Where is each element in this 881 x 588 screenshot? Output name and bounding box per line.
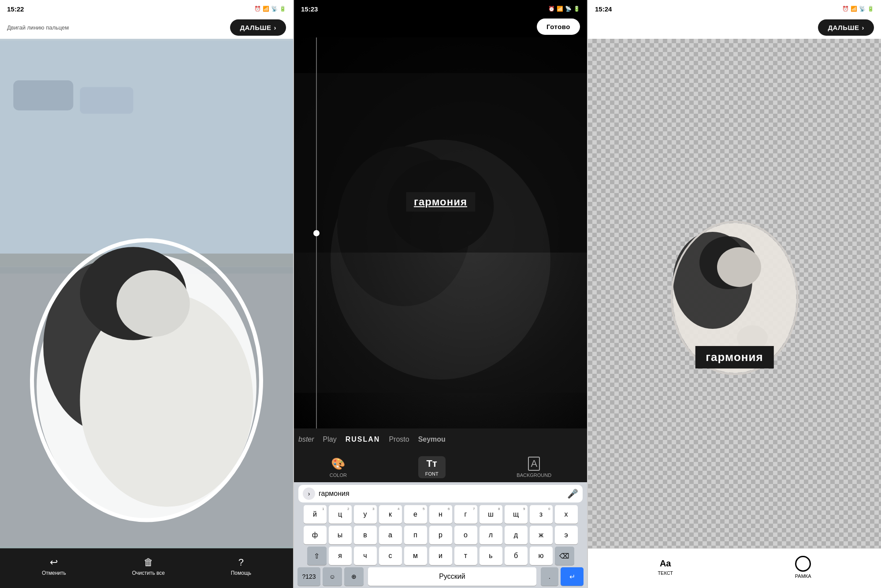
key-dot[interactable]: . bbox=[541, 567, 558, 586]
key-м[interactable]: м bbox=[404, 547, 427, 565]
mic-icon[interactable]: 🎤 bbox=[567, 488, 578, 499]
key-н[interactable]: н6 bbox=[429, 505, 452, 524]
key-ч[interactable]: ч bbox=[354, 547, 377, 565]
key-ж[interactable]: ж bbox=[530, 526, 553, 544]
battery-icon-3: 🔋 bbox=[867, 6, 874, 12]
font-strip: bster Play RUSLAN Prosto Seymou bbox=[294, 428, 587, 450]
text-icon: Aa bbox=[660, 558, 671, 569]
status-icons-2: ⏰ 📶 📡 🔋 bbox=[548, 6, 580, 12]
svg-point-20 bbox=[717, 247, 761, 287]
key-num[interactable]: ?123 bbox=[297, 567, 320, 586]
bottom-toolbar-1: ↩ Отменить 🗑 Очистить все ? Помощь bbox=[0, 548, 293, 588]
time-3: 15:24 bbox=[595, 5, 612, 13]
font-seymour[interactable]: Seymou bbox=[418, 435, 446, 443]
space-key[interactable]: Русский bbox=[368, 567, 536, 586]
text-overlay-2[interactable]: гармония bbox=[406, 192, 475, 212]
panel-1: 15:22 ⏰ 📶 📡 🔋 Двигай линию пальцем ДАЛЬШ… bbox=[0, 0, 293, 588]
key-emoji[interactable]: ☺ bbox=[323, 567, 342, 586]
key-ш[interactable]: ш8 bbox=[480, 505, 502, 524]
bottom-toolbar-3: Aa ТЕКСТ РАМКА bbox=[588, 548, 881, 588]
undo-button[interactable]: ↩ Отменить bbox=[42, 557, 66, 576]
signal-icon-3: 📶 bbox=[851, 6, 857, 12]
key-а[interactable]: а bbox=[379, 526, 402, 544]
kb-text-input[interactable] bbox=[319, 490, 564, 498]
alarm-icon-2: ⏰ bbox=[548, 6, 555, 12]
text-tool[interactable]: Aa ТЕКСТ bbox=[658, 558, 673, 576]
key-л[interactable]: л bbox=[480, 526, 502, 544]
undo-icon: ↩ bbox=[50, 557, 58, 568]
kb-expand-button[interactable]: › bbox=[303, 488, 315, 500]
key-х[interactable]: х bbox=[555, 505, 578, 524]
key-и[interactable]: и bbox=[429, 547, 452, 565]
time-1: 15:22 bbox=[7, 5, 24, 13]
svg-point-11 bbox=[116, 270, 190, 337]
kb-row-3: ⇧ я ч с м и т ь б ю ⌫ bbox=[296, 547, 585, 565]
key-в[interactable]: в bbox=[354, 526, 377, 544]
key-ь[interactable]: ь bbox=[480, 547, 502, 565]
key-ы[interactable]: ы bbox=[329, 526, 352, 544]
keyboard-area: › 🎤 й1 ц2 у3 к4 е5 н6 г7 ш8 щ9 з0 х ф ы … bbox=[294, 482, 587, 588]
next-button-3[interactable]: ДАЛЬШЕ › bbox=[818, 19, 874, 36]
wifi-icon-1: 📡 bbox=[271, 6, 278, 12]
key-з[interactable]: з0 bbox=[530, 505, 553, 524]
key-о[interactable]: о bbox=[454, 526, 477, 544]
signal-icon-1: 📶 bbox=[263, 6, 269, 12]
key-б[interactable]: б bbox=[505, 547, 528, 565]
signal-icon-2: 📶 bbox=[557, 6, 563, 12]
key-у[interactable]: у3 bbox=[354, 505, 377, 524]
key-щ[interactable]: щ9 bbox=[505, 505, 528, 524]
return-key[interactable]: ↵ bbox=[561, 567, 584, 586]
panel-3: 15:24 ⏰ 📶 📡 🔋 ДАЛЬШЕ › bbox=[588, 0, 881, 588]
alarm-icon-1: ⏰ bbox=[254, 6, 261, 12]
key-е[interactable]: е5 bbox=[404, 505, 427, 524]
battery-icon-2: 🔋 bbox=[573, 6, 580, 12]
image-area-1 bbox=[0, 39, 293, 548]
font-ruslan[interactable]: RUSLAN bbox=[346, 435, 380, 443]
tool-bar-2: 🎨 COLOR Tт FONT A BACKGROUND bbox=[294, 450, 587, 482]
wifi-icon-2: 📡 bbox=[565, 6, 572, 12]
background-tool[interactable]: A BACKGROUND bbox=[517, 457, 551, 478]
key-к[interactable]: к4 bbox=[379, 505, 402, 524]
done-button[interactable]: Готово bbox=[537, 19, 580, 35]
delete-key[interactable]: ⌫ bbox=[555, 547, 574, 565]
key-ц[interactable]: ц2 bbox=[329, 505, 352, 524]
kb-special-row: ?123 ☺ ⊕ Русский . ↵ bbox=[296, 567, 585, 586]
key-ю[interactable]: ю bbox=[530, 547, 553, 565]
key-г[interactable]: г7 bbox=[454, 505, 477, 524]
done-header: Готово bbox=[294, 16, 587, 37]
key-д[interactable]: д bbox=[505, 526, 528, 544]
shift-key[interactable]: ⇧ bbox=[307, 547, 327, 565]
background-icon: A bbox=[528, 457, 540, 471]
key-я[interactable]: я bbox=[329, 547, 352, 565]
key-э[interactable]: э bbox=[555, 526, 578, 544]
next-button-1[interactable]: ДАЛЬШЕ › bbox=[230, 19, 286, 36]
font-icon: Tт bbox=[427, 458, 437, 469]
key-ф[interactable]: ф bbox=[304, 526, 327, 544]
panel-2: 15:23 ⏰ 📶 📡 🔋 Готово гармония b bbox=[294, 0, 587, 588]
image-area-3: гармония bbox=[588, 39, 881, 548]
time-2: 15:23 bbox=[301, 5, 318, 13]
key-с[interactable]: с bbox=[379, 547, 402, 565]
color-tool[interactable]: 🎨 COLOR bbox=[330, 457, 347, 478]
font-play[interactable]: Play bbox=[323, 435, 337, 443]
alarm-icon-3: ⏰ bbox=[842, 6, 849, 12]
text-overlay-3[interactable]: гармония bbox=[695, 346, 773, 368]
key-р[interactable]: р bbox=[429, 526, 452, 544]
key-й[interactable]: й1 bbox=[304, 505, 327, 524]
key-п[interactable]: п bbox=[404, 526, 427, 544]
palette-icon: 🎨 bbox=[331, 457, 345, 471]
font-prosto[interactable]: Prosto bbox=[389, 435, 409, 443]
header-3: ДАЛЬШЕ › bbox=[588, 16, 881, 39]
font-lobster[interactable]: bster bbox=[298, 435, 314, 443]
cat-image-2 bbox=[294, 37, 587, 428]
cat-wrapper-3: гармония bbox=[664, 210, 805, 377]
status-icons-1: ⏰ 📶 📡 🔋 bbox=[254, 6, 286, 12]
drag-circle[interactable] bbox=[313, 230, 320, 236]
help-button[interactable]: ? Помощь bbox=[231, 557, 251, 576]
clear-button[interactable]: 🗑 Очистить все bbox=[132, 557, 164, 576]
status-bar-3: 15:24 ⏰ 📶 📡 🔋 bbox=[588, 0, 881, 16]
key-т[interactable]: т bbox=[454, 547, 477, 565]
font-tool[interactable]: Tт FONT bbox=[418, 456, 446, 478]
key-globe[interactable]: ⊕ bbox=[344, 567, 364, 586]
frame-tool[interactable]: РАМКА bbox=[795, 556, 811, 579]
